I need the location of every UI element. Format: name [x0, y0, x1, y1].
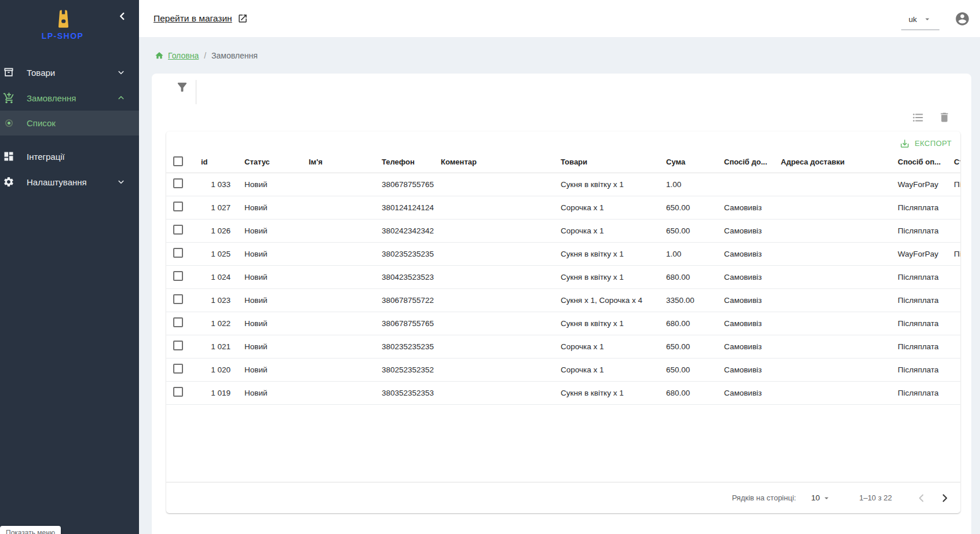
cell-phone: 380235235235 — [375, 242, 434, 265]
table-row[interactable]: 1 021 Новий 380235235235 Сорочка x 1 650… — [166, 335, 960, 358]
row-select-cell — [166, 335, 194, 358]
sidebar-item-orders[interactable]: Замовлення — [0, 85, 139, 111]
cell-payment: Післяплата — [891, 358, 947, 381]
cell-goods: Сорочка x 1 — [554, 358, 659, 381]
language-select[interactable]: uk — [901, 12, 939, 30]
table-row[interactable]: 1 019 Новий 380352352353 Сукня в квітку … — [166, 381, 960, 404]
column-header-goods[interactable]: Товари — [554, 152, 659, 173]
column-header-phone[interactable]: Телефон — [375, 152, 434, 173]
row-checkbox[interactable] — [173, 387, 183, 397]
table-row[interactable]: 1 027 Новий 380124124124 Сорочка x 1 650… — [166, 196, 960, 219]
sidebar-item-products[interactable]: Товари — [0, 60, 139, 85]
cell-payment: Післяплата — [891, 381, 947, 404]
cell-payment: Післяплата — [891, 219, 947, 242]
row-checkbox[interactable] — [173, 317, 183, 327]
cell-goods: Сорочка x 1 — [554, 219, 659, 242]
cell-id: 1 026 — [194, 219, 237, 242]
cell-delivery: Самовивіз — [717, 242, 774, 265]
column-header-name[interactable]: Ім'я — [302, 152, 375, 173]
orders-card: ЕКСПОРТ id Статус Ім'я Телефон — [166, 131, 960, 513]
previous-page-button[interactable] — [915, 492, 928, 504]
cell-id: 1 019 — [194, 381, 237, 404]
column-header-status[interactable]: Статус — [237, 152, 302, 173]
row-checkbox[interactable] — [173, 294, 183, 304]
cell-address — [774, 219, 891, 242]
cell-status: Новий — [237, 381, 302, 404]
toolbar-divider — [196, 80, 196, 104]
row-checkbox[interactable] — [173, 178, 183, 188]
cell-paystatus — [947, 265, 960, 288]
breadcrumb-current: Замовлення — [211, 51, 258, 60]
cell-paystatus — [947, 335, 960, 358]
row-checkbox[interactable] — [173, 341, 183, 350]
cell-name — [302, 335, 375, 358]
export-label: ЕКСПОРТ — [915, 139, 952, 148]
column-header-sum[interactable]: Сума — [659, 152, 717, 173]
sidebar-item-settings[interactable]: Налаштування — [0, 169, 139, 195]
column-header-payment[interactable]: Спосіб оп... — [891, 152, 947, 173]
cell-name — [302, 358, 375, 381]
cell-name — [302, 196, 375, 219]
row-checkbox[interactable] — [173, 202, 183, 211]
cell-paystatus: Пі — [947, 242, 960, 265]
rows-per-page-select[interactable]: 10 — [811, 493, 831, 503]
go-to-store-link[interactable]: Перейти в магазин — [153, 13, 248, 24]
column-header-id[interactable]: id — [194, 152, 237, 173]
cell-paystatus — [947, 312, 960, 335]
table-row[interactable]: 1 020 Новий 380252352352 Сорочка x 1 650… — [166, 358, 960, 381]
select-all-checkbox[interactable] — [173, 156, 183, 166]
cell-delivery: Самовивіз — [717, 219, 774, 242]
orders-table-container: id Статус Ім'я Телефон Коментар Товари С… — [166, 152, 960, 405]
table-row[interactable]: 1 023 Новий 380678755722 Сукня x 1, Соро… — [166, 288, 960, 312]
trash-icon[interactable] — [938, 111, 950, 124]
table-row[interactable]: 1 025 Новий 380235235235 Сукня в квітку … — [166, 242, 960, 265]
select-all-cell — [166, 152, 194, 173]
cell-comment — [434, 381, 554, 404]
show-menu-tooltip: Показать меню — [0, 526, 61, 534]
cell-id: 1 021 — [194, 335, 237, 358]
radio-dot-icon — [2, 119, 15, 127]
column-header-delivery[interactable]: Спосіб до... — [717, 152, 774, 173]
table-row[interactable]: 1 024 Новий 380423523523 Сукня в квітку … — [166, 265, 960, 288]
sidebar-item-label: Налаштування — [27, 177, 116, 187]
column-header-comment[interactable]: Коментар — [434, 152, 554, 173]
table-row[interactable]: 1 022 Новий 380678755765 Сукня в квітку … — [166, 312, 960, 335]
cell-status: Новий — [237, 173, 302, 196]
cell-goods: Сукня в квітку x 1 — [554, 312, 659, 335]
cell-delivery: Самовивіз — [717, 381, 774, 404]
row-checkbox[interactable] — [173, 364, 183, 374]
column-header-paystatus[interactable]: Ст — [947, 152, 960, 173]
cell-name — [302, 173, 375, 196]
caret-down-icon — [822, 493, 831, 503]
list-view-icon[interactable] — [912, 111, 924, 124]
cart-plus-icon — [2, 92, 15, 104]
cell-address — [774, 312, 891, 335]
sidebar: LP-SHOP Товари — [0, 0, 139, 534]
cell-goods: Сукня в квітку x 1 — [554, 265, 659, 288]
content-panel: ЕКСПОРТ id Статус Ім'я Телефон — [152, 74, 971, 534]
column-header-address[interactable]: Адреса доставки — [774, 152, 891, 173]
cell-phone: 380124124124 — [375, 196, 434, 219]
user-avatar-button[interactable] — [955, 11, 970, 27]
orders-table: id Статус Ім'я Телефон Коментар Товари С… — [166, 152, 960, 405]
row-checkbox[interactable] — [173, 225, 183, 235]
sidebar-collapse-button[interactable] — [116, 9, 129, 23]
next-page-button[interactable] — [938, 492, 951, 504]
cell-status: Новий — [237, 242, 302, 265]
row-checkbox[interactable] — [173, 248, 183, 258]
row-checkbox[interactable] — [173, 271, 183, 281]
chevron-down-icon — [116, 67, 126, 78]
sidebar-item-integrations[interactable]: Інтеграції — [0, 144, 139, 169]
sidebar-item-orders-list[interactable]: Список — [0, 111, 139, 136]
export-button[interactable]: ЕКСПОРТ — [896, 136, 955, 151]
breadcrumb: Головна / Замовлення — [155, 51, 258, 60]
external-link-icon — [237, 13, 248, 24]
cell-payment: Післяплата — [891, 288, 947, 312]
breadcrumb-home-link[interactable]: Головна — [155, 51, 199, 60]
table-row[interactable]: 1 026 Новий 380242342342 Сорочка x 1 650… — [166, 219, 960, 242]
cell-sum: 650.00 — [659, 358, 717, 381]
filter-button[interactable] — [175, 81, 189, 94]
table-row[interactable]: 1 033 Новий 380678755765 Сукня в квітку … — [166, 173, 960, 196]
cell-status: Новий — [237, 358, 302, 381]
go-to-store-label: Перейти в магазин — [153, 13, 232, 24]
